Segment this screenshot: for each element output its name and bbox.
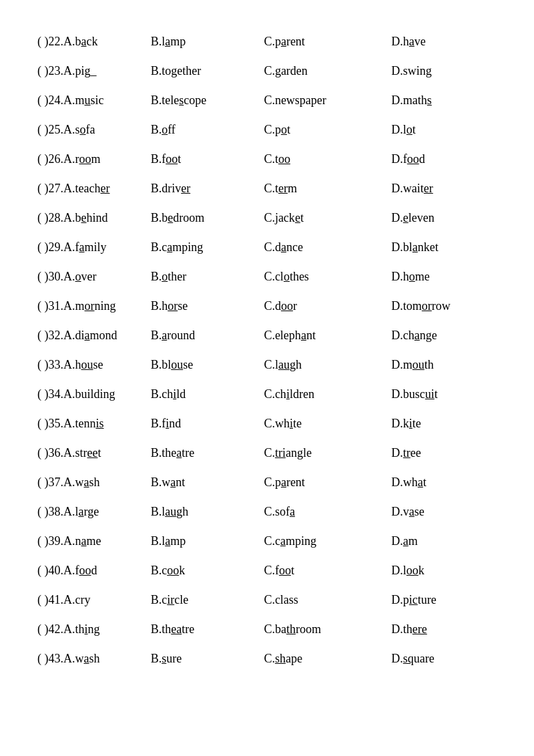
answer-option: B.bedroom [147,203,260,232]
answer-option: B.lamp [147,27,260,56]
answer-option: C.bathroom [260,614,387,644]
answer-option: C.term [260,174,387,203]
table-row: ( )22.A.backB.lampC.parentD.have [33,27,501,56]
table-row: ( )29.A.familyB.campingC.danceD.blanket [33,232,501,262]
table-row: ( )31.A.morningB.horseC.doorD.tomorrow [33,291,501,321]
answer-option: D.change [387,321,501,350]
table-row: ( )30.A.overB.otherC.clothesD.home [33,262,501,291]
table-row: ( )26.A.roomB.footC.tooD.food [33,144,501,174]
answer-option: C.shape [260,644,387,673]
answer-option: D.blanket [387,232,501,262]
answer-option: C.class [260,585,387,614]
table-row: ( )35.A.tennisB.findC.whiteD.kite [33,409,501,438]
answer-option: B.child [147,379,260,409]
answer-option: D.maths [387,85,501,115]
answer-option: D.tree [387,438,501,467]
answer-option: B.together [147,56,260,85]
table-row: ( )38.A.largeB.laughC.sofaD.vase [33,497,501,526]
table-row: ( )27.A.teacherB.driverC.termD.waiter [33,174,501,203]
answer-option: B.laugh [147,497,260,526]
question-number: ( )37.A.wash [33,467,147,497]
answer-option: B.telescope [147,85,260,115]
answer-option: B.cook [147,556,260,585]
answer-option: C.newspaper [260,85,387,115]
answer-option: B.foot [147,144,260,174]
answer-option: C.too [260,144,387,174]
quiz-table: ( )22.A.backB.lampC.parentD.have( )23.A.… [33,27,501,673]
table-row: ( )34.A.buildingB.childC.childrenD.buscu… [33,379,501,409]
table-row: ( )39.A.nameB.lampC.campingD.am [33,526,501,556]
question-number: ( )28.A.behind [33,203,147,232]
question-number: ( )36.A.street [33,438,147,467]
question-number: ( )35.A.tennis [33,409,147,438]
answer-option: C.sofa [260,497,387,526]
answer-option: C.dance [260,232,387,262]
answer-option: D.tomorrow [387,291,501,321]
answer-option: D.what [387,467,501,497]
answer-option: C.elephant [260,321,387,350]
table-row: ( )36.A.streetB.theatreC.triangleD.tree [33,438,501,467]
question-number: ( )34.A.building [33,379,147,409]
answer-option: B.sure [147,644,260,673]
answer-option: C.white [260,409,387,438]
answer-option: C.children [260,379,387,409]
table-row: ( )41.A.cryB.circleC.classD.picture [33,585,501,614]
answer-option: D.eleven [387,203,501,232]
question-number: ( )39.A.name [33,526,147,556]
table-row: ( )42.A.thingB.theatreC.bathroomD.there [33,614,501,644]
question-number: ( )42.A.thing [33,614,147,644]
answer-option: C.laugh [260,350,387,379]
answer-option: C.camping [260,526,387,556]
answer-option: C.garden [260,56,387,85]
answer-option: C.foot [260,556,387,585]
answer-option: B.circle [147,585,260,614]
answer-option: B.off [147,115,260,144]
answer-option: B.want [147,467,260,497]
answer-option: B.blouse [147,350,260,379]
table-row: ( )37.A.washB.wantC.parentD.what [33,467,501,497]
table-row: ( )25.A.sofaB.offC.potD.lot [33,115,501,144]
table-row: ( )33.A.houseB.blouseC.laughD.mouth [33,350,501,379]
answer-option: D.look [387,556,501,585]
question-number: ( )41.A.cry [33,585,147,614]
table-row: ( )32.A.diamondB.aroundC.elephantD.chang… [33,321,501,350]
question-number: ( )22.A.back [33,27,147,56]
question-number: ( )33.A.house [33,350,147,379]
answer-option: B.find [147,409,260,438]
answer-option: B.theatre [147,614,260,644]
answer-option: C.parent [260,27,387,56]
answer-option: D.swing [387,56,501,85]
table-row: ( )28.A.behindB.bedroomC.jacketD.eleven [33,203,501,232]
answer-option: D.buscuit [387,379,501,409]
answer-option: C.clothes [260,262,387,291]
answer-option: D.kite [387,409,501,438]
table-row: ( )23.A.pig_B.togetherC.gardenD.swing [33,56,501,85]
question-number: ( )43.A.wash [33,644,147,673]
answer-option: B.theatre [147,438,260,467]
question-number: ( )32.A.diamond [33,321,147,350]
answer-option: C.parent [260,467,387,497]
answer-option: D.there [387,614,501,644]
question-number: ( )27.A.teacher [33,174,147,203]
question-number: ( )23.A.pig_ [33,56,147,85]
answer-option: D.square [387,644,501,673]
answer-option: B.driver [147,174,260,203]
answer-option: D.have [387,27,501,56]
question-number: ( )30.A.over [33,262,147,291]
answer-option: B.lamp [147,526,260,556]
answer-option: B.other [147,262,260,291]
table-row: ( )40.A.foodB.cookC.footD.look [33,556,501,585]
table-row: ( )24.A.musicB.telescopeC.newspaperD.mat… [33,85,501,115]
answer-option: D.home [387,262,501,291]
question-number: ( )38.A.large [33,497,147,526]
answer-option: D.waiter [387,174,501,203]
question-number: ( )31.A.morning [33,291,147,321]
question-number: ( )40.A.food [33,556,147,585]
answer-option: C.jacket [260,203,387,232]
answer-option: C.pot [260,115,387,144]
question-number: ( )24.A.music [33,85,147,115]
question-number: ( )25.A.sofa [33,115,147,144]
answer-option: C.triangle [260,438,387,467]
answer-option: D.lot [387,115,501,144]
table-row: ( )43.A.washB.sureC.shapeD.square [33,644,501,673]
